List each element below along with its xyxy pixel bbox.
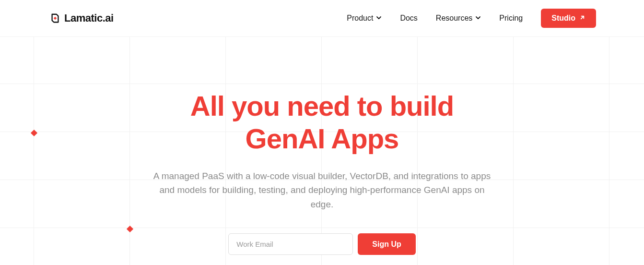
logo-icon: [50, 13, 60, 24]
nav-label: Pricing: [499, 14, 523, 23]
brand-name: Lamatic.ai: [64, 12, 114, 24]
nav-item-docs[interactable]: Docs: [400, 14, 417, 23]
external-link-icon: [579, 14, 585, 23]
studio-button[interactable]: Studio: [541, 9, 596, 28]
chevron-down-icon: [376, 14, 382, 23]
nav-label: Resources: [436, 14, 472, 23]
main-nav: Product Docs Resources Pricing Studio: [347, 9, 596, 28]
brand-logo[interactable]: Lamatic.ai: [50, 12, 114, 24]
signup-form: Sign Up: [0, 233, 644, 255]
hero-title: All you need to build GenAI Apps: [0, 90, 644, 156]
nav-label: Docs: [400, 14, 417, 23]
hero-subtitle: A managed PaaS with a low-code visual bu…: [150, 169, 495, 211]
nav-item-product[interactable]: Product: [347, 14, 382, 23]
nav-label: Product: [347, 14, 373, 23]
studio-label: Studio: [551, 14, 575, 23]
signup-button[interactable]: Sign Up: [358, 233, 415, 255]
nav-item-resources[interactable]: Resources: [436, 14, 481, 23]
work-email-input[interactable]: [228, 233, 353, 255]
chevron-down-icon: [475, 14, 481, 23]
svg-rect-0: [54, 17, 57, 20]
site-header: Lamatic.ai Product Docs Resources Pricin…: [0, 0, 644, 37]
nav-item-pricing[interactable]: Pricing: [499, 14, 523, 23]
hero-section: All you need to build GenAI Apps A manag…: [0, 37, 644, 255]
